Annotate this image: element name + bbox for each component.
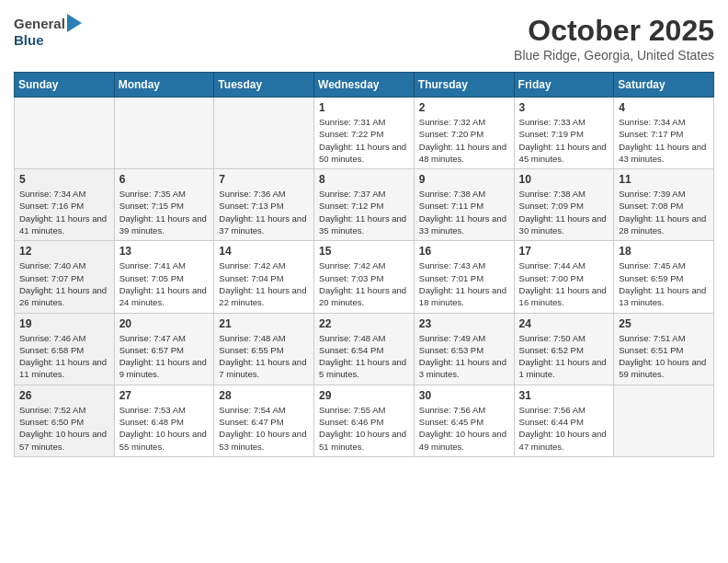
day-info: Sunrise: 7:45 AM Sunset: 6:59 PM Dayligh… [619, 259, 709, 308]
day-number: 20 [119, 317, 210, 330]
day-info: Sunrise: 7:41 AM Sunset: 7:05 PM Dayligh… [119, 259, 210, 308]
day-number: 30 [419, 389, 509, 402]
day-number: 29 [319, 389, 409, 402]
calendar-cell: 6Sunrise: 7:35 AM Sunset: 7:15 PM Daylig… [114, 169, 214, 241]
logo-general-text: General [14, 16, 65, 31]
day-number: 28 [219, 389, 309, 402]
day-number: 25 [619, 317, 709, 330]
day-info: Sunrise: 7:47 AM Sunset: 6:57 PM Dayligh… [119, 332, 210, 381]
calendar-cell: 3Sunrise: 7:33 AM Sunset: 7:19 PM Daylig… [514, 98, 614, 169]
day-number: 22 [319, 317, 409, 330]
day-number: 1 [319, 101, 409, 114]
calendar-cell: 19Sunrise: 7:46 AM Sunset: 6:58 PM Dayli… [15, 313, 115, 385]
calendar-cell: 22Sunrise: 7:48 AM Sunset: 6:54 PM Dayli… [314, 313, 415, 385]
day-info: Sunrise: 7:51 AM Sunset: 6:51 PM Dayligh… [619, 332, 709, 381]
calendar-cell [114, 98, 214, 169]
day-info: Sunrise: 7:46 AM Sunset: 6:58 PM Dayligh… [19, 332, 109, 381]
day-info: Sunrise: 7:55 AM Sunset: 6:46 PM Dayligh… [319, 404, 409, 453]
calendar-week-row: 12Sunrise: 7:40 AM Sunset: 7:07 PM Dayli… [15, 241, 714, 313]
day-number: 13 [119, 245, 210, 258]
calendar-cell [214, 98, 314, 169]
month-title: October 2025 [514, 14, 714, 48]
day-info: Sunrise: 7:42 AM Sunset: 7:04 PM Dayligh… [219, 259, 309, 308]
calendar-cell: 7Sunrise: 7:36 AM Sunset: 7:13 PM Daylig… [214, 169, 314, 241]
day-number: 23 [419, 317, 509, 330]
calendar-week-row: 1Sunrise: 7:31 AM Sunset: 7:22 PM Daylig… [15, 98, 714, 169]
calendar-cell: 24Sunrise: 7:50 AM Sunset: 6:52 PM Dayli… [514, 313, 614, 385]
calendar-cell: 28Sunrise: 7:54 AM Sunset: 6:47 PM Dayli… [214, 385, 314, 456]
day-number: 16 [419, 245, 509, 258]
day-number: 24 [519, 317, 609, 330]
calendar-cell: 21Sunrise: 7:48 AM Sunset: 6:55 PM Dayli… [214, 313, 314, 385]
day-info: Sunrise: 7:56 AM Sunset: 6:45 PM Dayligh… [419, 404, 509, 453]
day-info: Sunrise: 7:35 AM Sunset: 7:15 PM Dayligh… [119, 188, 210, 236]
day-number: 5 [19, 173, 109, 186]
day-info: Sunrise: 7:49 AM Sunset: 6:53 PM Dayligh… [419, 332, 509, 381]
day-info: Sunrise: 7:37 AM Sunset: 7:12 PM Dayligh… [319, 188, 409, 236]
day-info: Sunrise: 7:31 AM Sunset: 7:22 PM Dayligh… [319, 116, 409, 165]
day-info: Sunrise: 7:48 AM Sunset: 6:54 PM Dayligh… [319, 332, 409, 381]
calendar-cell: 14Sunrise: 7:42 AM Sunset: 7:04 PM Dayli… [214, 241, 314, 313]
day-number: 10 [519, 173, 609, 186]
calendar-week-row: 26Sunrise: 7:52 AM Sunset: 6:50 PM Dayli… [15, 385, 714, 456]
calendar-cell: 23Sunrise: 7:49 AM Sunset: 6:53 PM Dayli… [414, 313, 514, 385]
logo: General Blue [14, 14, 82, 49]
calendar-cell [614, 385, 714, 456]
logo-blue-text: Blue [14, 32, 44, 48]
day-number: 31 [519, 389, 609, 402]
calendar-cell: 15Sunrise: 7:42 AM Sunset: 7:03 PM Dayli… [314, 241, 415, 313]
calendar-cell: 25Sunrise: 7:51 AM Sunset: 6:51 PM Dayli… [614, 313, 714, 385]
day-number: 21 [219, 317, 309, 330]
calendar-cell: 9Sunrise: 7:38 AM Sunset: 7:11 PM Daylig… [414, 169, 514, 241]
calendar-cell: 18Sunrise: 7:45 AM Sunset: 6:59 PM Dayli… [614, 241, 714, 313]
day-info: Sunrise: 7:36 AM Sunset: 7:13 PM Dayligh… [219, 188, 309, 236]
weekday-header-wednesday: Wednesday [314, 73, 415, 98]
day-number: 2 [419, 101, 509, 114]
page-header: General Blue October 2025 Blue Ridge, Ge… [14, 14, 714, 63]
calendar-cell: 30Sunrise: 7:56 AM Sunset: 6:45 PM Dayli… [414, 385, 514, 456]
day-number: 26 [19, 389, 109, 402]
day-info: Sunrise: 7:38 AM Sunset: 7:11 PM Dayligh… [419, 188, 509, 236]
title-area: October 2025 Blue Ridge, Georgia, United… [514, 14, 714, 63]
weekday-header-monday: Monday [114, 73, 214, 98]
day-info: Sunrise: 7:50 AM Sunset: 6:52 PM Dayligh… [519, 332, 609, 381]
calendar-cell: 29Sunrise: 7:55 AM Sunset: 6:46 PM Dayli… [314, 385, 415, 456]
day-info: Sunrise: 7:34 AM Sunset: 7:16 PM Dayligh… [19, 188, 109, 236]
weekday-header-friday: Friday [514, 73, 614, 98]
day-info: Sunrise: 7:48 AM Sunset: 6:55 PM Dayligh… [219, 332, 309, 381]
day-number: 17 [519, 245, 609, 258]
day-number: 3 [519, 101, 609, 114]
day-info: Sunrise: 7:52 AM Sunset: 6:50 PM Dayligh… [19, 404, 109, 453]
day-info: Sunrise: 7:38 AM Sunset: 7:09 PM Dayligh… [519, 188, 609, 236]
day-number: 18 [619, 245, 709, 258]
calendar-table: SundayMondayTuesdayWednesdayThursdayFrid… [14, 72, 714, 457]
logo-arrow-icon [67, 14, 82, 32]
calendar-week-row: 5Sunrise: 7:34 AM Sunset: 7:16 PM Daylig… [15, 169, 714, 241]
location-text: Blue Ridge, Georgia, United States [514, 48, 714, 63]
calendar-cell: 20Sunrise: 7:47 AM Sunset: 6:57 PM Dayli… [114, 313, 214, 385]
calendar-cell: 27Sunrise: 7:53 AM Sunset: 6:48 PM Dayli… [114, 385, 214, 456]
calendar-cell: 13Sunrise: 7:41 AM Sunset: 7:05 PM Dayli… [114, 241, 214, 313]
calendar-cell: 17Sunrise: 7:44 AM Sunset: 7:00 PM Dayli… [514, 241, 614, 313]
day-info: Sunrise: 7:33 AM Sunset: 7:19 PM Dayligh… [519, 116, 609, 165]
day-info: Sunrise: 7:43 AM Sunset: 7:01 PM Dayligh… [419, 259, 509, 308]
day-number: 7 [219, 173, 309, 186]
calendar-cell: 16Sunrise: 7:43 AM Sunset: 7:01 PM Dayli… [414, 241, 514, 313]
day-info: Sunrise: 7:44 AM Sunset: 7:00 PM Dayligh… [519, 259, 609, 308]
day-number: 14 [219, 245, 309, 258]
day-info: Sunrise: 7:54 AM Sunset: 6:47 PM Dayligh… [219, 404, 309, 453]
day-number: 8 [319, 173, 409, 186]
day-number: 4 [619, 101, 709, 114]
day-info: Sunrise: 7:32 AM Sunset: 7:20 PM Dayligh… [419, 116, 509, 165]
calendar-cell: 1Sunrise: 7:31 AM Sunset: 7:22 PM Daylig… [314, 98, 415, 169]
weekday-header-row: SundayMondayTuesdayWednesdayThursdayFrid… [15, 73, 714, 98]
calendar-cell: 26Sunrise: 7:52 AM Sunset: 6:50 PM Dayli… [15, 385, 115, 456]
calendar-cell: 10Sunrise: 7:38 AM Sunset: 7:09 PM Dayli… [514, 169, 614, 241]
calendar-cell: 5Sunrise: 7:34 AM Sunset: 7:16 PM Daylig… [15, 169, 115, 241]
day-number: 19 [19, 317, 109, 330]
day-number: 12 [19, 245, 109, 258]
calendar-week-row: 19Sunrise: 7:46 AM Sunset: 6:58 PM Dayli… [15, 313, 714, 385]
calendar-cell: 4Sunrise: 7:34 AM Sunset: 7:17 PM Daylig… [614, 98, 714, 169]
day-info: Sunrise: 7:53 AM Sunset: 6:48 PM Dayligh… [119, 404, 210, 453]
calendar-cell: 12Sunrise: 7:40 AM Sunset: 7:07 PM Dayli… [15, 241, 115, 313]
